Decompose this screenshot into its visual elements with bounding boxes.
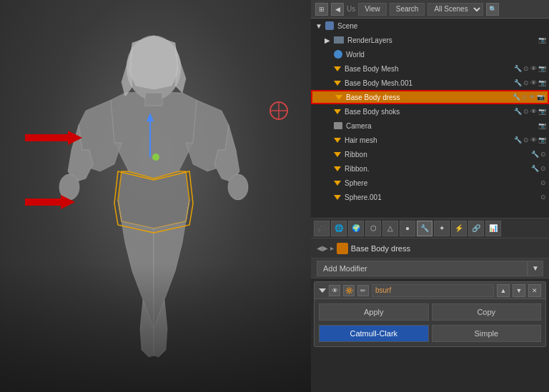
context-header: ◀▶ ▸ Base Body dress [311, 238, 549, 258]
item-actions: 🔧 ⊙ 👁 📷 [514, 108, 546, 115]
object-icon-btn[interactable]: ⬡ [365, 221, 381, 236]
mod-down-btn[interactable]: ▼ [513, 284, 525, 297]
right-panel: ⊞ ◀ Us View Search All Scenes 🔍 ▼ Scene … [311, 0, 549, 392]
item-actions: ⊙ [540, 179, 546, 186]
camera-icon [334, 122, 342, 129]
cam-icon[interactable]: 📷 [537, 94, 545, 101]
wrench-icon[interactable]: 🔧 [531, 151, 539, 158]
outliner-item-scene[interactable]: ▼ Scene [311, 19, 549, 33]
wrench-icon[interactable]: 🔧 [514, 79, 522, 86]
outliner-item-ribbon2[interactable]: Ribbon. 🔧 ⊙ [311, 161, 549, 176]
mod-up-btn[interactable]: ▲ [497, 284, 510, 297]
outliner-item-sphere001[interactable]: Sphere.001 ⊙ [311, 190, 549, 204]
outliner-item-basebodymesh001[interactable]: Base Body Mesh.001 🔧 ⊙ 👁 📷 [311, 76, 549, 90]
wrench-icon[interactable]: 🔧 [514, 136, 522, 144]
properties-panel: 🎥 🌐 🌍 ⬡ △ ● 🔧 ✦ ⚡ 🔗 📊 ◀▶ ▸ Base Body dre… [311, 218, 549, 392]
restrict-icon[interactable]: ⊙ [522, 94, 528, 101]
material-icon-btn[interactable]: ● [400, 221, 415, 236]
add-modifier-dropdown[interactable]: ▼ [528, 261, 543, 276]
outliner-item-renderlayers[interactable]: ▶ RenderLayers 📷 [311, 33, 549, 47]
wrench-icon[interactable]: 🔧 [531, 165, 539, 172]
wrench-icon[interactable]: 🔧 [514, 108, 522, 115]
modifier-icon-btn[interactable]: 🔧 [417, 221, 432, 236]
outliner[interactable]: ▼ Scene ▶ RenderLayers 📷 World Base Body… [311, 19, 549, 218]
wrench-icon[interactable]: 🔧 [514, 65, 522, 72]
apply-button[interactable]: Apply [319, 303, 429, 321]
item-label: Sphere [345, 179, 367, 187]
arrow-icon[interactable]: ◀ [331, 3, 344, 16]
mesh-triangle-icon [334, 138, 341, 143]
eye-icon[interactable]: 👁 [530, 108, 537, 115]
restrict-icon[interactable]: ⊙ [540, 179, 546, 186]
cam-icon[interactable]: 📷 [538, 136, 546, 144]
3d-viewport[interactable] [0, 0, 311, 392]
world-icon [334, 50, 342, 59]
view-button[interactable]: View [358, 3, 387, 16]
constraints-icon-btn[interactable]: 🔗 [468, 221, 484, 236]
modifier-eye-btn[interactable]: 👁 [329, 285, 340, 296]
outliner-item-basebodydress[interactable]: Base Body dress 🔧 ⊙ 👁 📷 [311, 90, 549, 104]
world-icon-btn[interactable]: 🌍 [348, 221, 364, 236]
outliner-item-basebodyshoks[interactable]: Base Body shoks 🔧 ⊙ 👁 📷 [311, 104, 549, 119]
us-label: Us [347, 5, 355, 13]
item-label: Ribbon [345, 151, 367, 159]
eye-icon[interactable]: 👁 [530, 136, 537, 144]
physics-icon-btn[interactable]: ⚡ [451, 221, 467, 236]
expand-icon: ▶ [322, 35, 332, 45]
eye-icon[interactable]: 👁 [529, 94, 535, 101]
data-icon-btn[interactable]: 📊 [485, 221, 501, 236]
grid-icon[interactable]: ⊞ [315, 3, 328, 16]
item-label: Base Body Mesh.001 [345, 79, 412, 87]
breadcrumb-arrows[interactable]: ◀▶ ▸ [317, 244, 334, 252]
outliner-item-hairmesh[interactable]: Hair mesh 🔧 ⊙ 👁 📷 [311, 133, 549, 147]
simple-button[interactable]: Simple [432, 325, 542, 342]
catmull-clark-button[interactable]: Catmull-Clark [319, 325, 429, 342]
expand-icon: ▼ [314, 21, 324, 31]
restrict-icon[interactable]: ⊙ [540, 151, 546, 158]
scene-icon [325, 21, 334, 30]
camera-restrict-icon[interactable]: 📷 [538, 36, 546, 44]
modifier-expand-icon[interactable] [319, 288, 326, 293]
particles-icon-btn[interactable]: ✦ [434, 221, 450, 236]
add-modifier-bar: Add Modifier ▼ [311, 258, 549, 278]
outliner-item-world[interactable]: World [311, 47, 549, 61]
restrict-icon[interactable]: ⊙ [540, 194, 546, 201]
cam-icon[interactable]: 📷 [538, 65, 546, 72]
item-actions: 🔧 ⊙ [531, 151, 546, 158]
breadcrumb-chain: ◀▶ ▸ Base Body dress [317, 243, 410, 254]
search-button[interactable]: Search [390, 3, 425, 16]
restrict-icon[interactable]: ⊙ [523, 136, 529, 144]
restrict-icon[interactable]: ⊙ [523, 65, 529, 72]
eye-icon[interactable]: 👁 [530, 65, 537, 72]
outliner-item-basebodymesh[interactable]: Base Body Mesh 🔧 ⊙ 👁 📷 [311, 61, 549, 76]
restrict-icon[interactable]: ⊙ [540, 165, 546, 172]
svg-point-20 [152, 154, 159, 161]
restrict-icon[interactable]: ⊙ [523, 79, 529, 86]
outliner-item-sphere[interactable]: Sphere ⊙ [311, 176, 549, 190]
modifier-name[interactable]: bsurf [372, 284, 494, 297]
render-icon-btn[interactable]: 🎥 [314, 221, 330, 236]
mesh-icon-btn[interactable]: △ [382, 221, 398, 236]
modifier-edit-btn[interactable]: ✏ [357, 285, 369, 296]
wrench-icon[interactable]: 🔧 [513, 94, 520, 101]
item-actions: 🔧 ⊙ [531, 165, 546, 172]
search-icon[interactable]: 🔍 [486, 3, 499, 16]
outliner-item-ribbon[interactable]: Ribbon 🔧 ⊙ [311, 147, 549, 161]
copy-button[interactable]: Copy [432, 303, 542, 321]
item-label: World [346, 51, 365, 59]
scenes-select[interactable]: All Scenes [427, 3, 483, 16]
mesh-triangle-icon [334, 181, 341, 186]
cam-btn-icon[interactable]: 📷 [538, 122, 546, 129]
restrict-icon[interactable]: ⊙ [523, 108, 529, 115]
cam-icon[interactable]: 📷 [538, 108, 546, 115]
eye-icon[interactable]: 👁 [530, 79, 537, 86]
item-label: RenderLayers [347, 36, 392, 44]
item-label: Base Body shoks [345, 108, 400, 116]
cam-icon[interactable]: 📷 [538, 79, 546, 86]
add-modifier-button[interactable]: Add Modifier [317, 261, 528, 276]
outliner-item-camera[interactable]: Camera 📷 [311, 119, 549, 133]
modifier-render-btn[interactable]: 🔆 [343, 285, 355, 296]
item-label: Sphere.001 [345, 194, 382, 201]
mod-close-btn[interactable]: ✕ [528, 284, 541, 297]
scene-icon-btn[interactable]: 🌐 [331, 221, 347, 236]
